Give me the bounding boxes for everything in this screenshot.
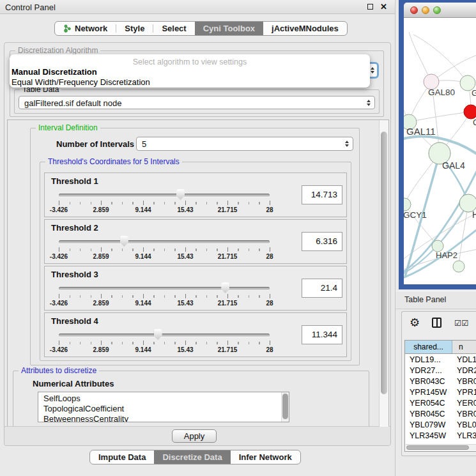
list-item[interactable]: SelfLoops — [38, 394, 289, 404]
node-bottom[interactable] — [453, 261, 464, 272]
tick-label: 28 — [266, 300, 273, 307]
tab-jactivemnodules[interactable]: jActiveMNodules — [263, 22, 347, 35]
interval-definition-group: Interval Definition Number of Intervals … — [30, 128, 360, 365]
close-icon[interactable]: ✕ — [380, 2, 387, 12]
table-row[interactable]: YBR043CYBR0 — [405, 376, 476, 387]
tick-label: 15.43 — [177, 206, 193, 213]
scrollbar-thumb[interactable] — [381, 132, 387, 394]
slider-track — [59, 334, 270, 337]
threshold-slider-3[interactable]: -3.426 2.859 9.144 15.43 21.715 28 — [59, 282, 270, 309]
dropdown-option-equal-width-frequency[interactable]: Equal Width/Frequency Discretization — [12, 77, 150, 87]
slider-ticks — [59, 342, 270, 344]
node-gcy1[interactable] — [404, 198, 411, 211]
tick-label: 21.715 — [218, 300, 238, 307]
group-title: Threshold's Coordinates for 5 Intervals — [45, 157, 182, 166]
select-columns-icon[interactable]: ☑☑ — [454, 318, 468, 328]
slider-handle[interactable] — [176, 189, 185, 200]
column-header-name[interactable]: n — [452, 341, 476, 353]
table-header-row: shared... n — [405, 341, 476, 354]
threshold-slider-2[interactable]: -3.426 2.859 9.144 15.43 21.715 28 — [59, 235, 270, 262]
slider-handle[interactable] — [221, 282, 229, 293]
table-row[interactable]: YER054CYER0 — [405, 398, 476, 409]
node-label-partial-right: H — [472, 210, 476, 220]
threshold-value-field[interactable]: 14.713 — [302, 185, 342, 204]
table-row[interactable]: YLR345WYLR3 — [405, 431, 476, 441]
apply-button[interactable]: Apply — [172, 429, 217, 443]
tab-label: Network — [75, 24, 107, 33]
threshold-slider-1[interactable]: -3.426 2.859 9.144 15.43 21.715 28 — [59, 188, 270, 215]
panel-footer: Apply — [4, 426, 390, 445]
threshold-label: Threshold 3 — [51, 270, 98, 279]
network-canvas[interactable]: GAL80 GA C GAL11 GAL4 GCY1 H HAP2 — [404, 18, 476, 284]
stepper-arrows-icon — [371, 67, 374, 73]
tick-label: 21.715 — [218, 253, 238, 260]
node-selected-red[interactable] — [464, 105, 476, 119]
table-row[interactable]: YPR145WYPR1 — [405, 387, 476, 398]
table-row[interactable]: YIL052CYIL0 — [405, 441, 476, 443]
table-row[interactable]: YBL079WYBL0 — [405, 420, 476, 431]
panel-divider — [395, 0, 395, 476]
control-panel: Control Panel ✕ Network Style Select Cyn… — [0, 0, 395, 476]
column-header-shared[interactable]: shared... — [405, 341, 452, 353]
tab-network[interactable]: Network — [55, 22, 116, 35]
tick-label: 15.43 — [177, 253, 193, 260]
tab-label: Impute Data — [98, 452, 146, 462]
tab-label: jActiveMNodules — [272, 24, 339, 33]
tick-label: 21.715 — [218, 206, 238, 213]
tab-cyni-toolbox[interactable]: Cyni Toolbox — [195, 22, 263, 35]
panel-title: Control Panel — [5, 3, 56, 12]
table-data-group: Table Data galFiltered.sif default node — [14, 89, 380, 114]
node-label-gcy1: GCY1 — [404, 210, 427, 220]
tick-label: -3.426 — [50, 300, 68, 307]
network-window-titlebar[interactable] — [404, 3, 476, 18]
num-intervals-combobox[interactable]: 5 — [136, 137, 353, 151]
table-row[interactable]: YBR045CYBR0 — [405, 409, 476, 420]
slider-handle[interactable] — [120, 236, 128, 247]
threshold-slider-4[interactable]: -3.426 2.859 9.144 15.43 21.715 28 — [59, 328, 270, 355]
threshold-value-field[interactable]: 11.344 — [302, 325, 342, 344]
dropdown-option-manual-discretization[interactable]: Manual Discretization — [12, 67, 97, 77]
tab-label: Cyni Toolbox — [203, 24, 255, 33]
tab-discretize-data[interactable]: Discretize Data — [154, 450, 230, 464]
tab-style[interactable]: Style — [116, 22, 153, 35]
threshold-value-field[interactable]: 6.316 — [302, 232, 342, 251]
zoom-traffic-light-icon[interactable] — [433, 6, 441, 14]
gear-icon[interactable]: ⚙ — [410, 315, 420, 330]
stepper-arrows-icon — [367, 100, 371, 106]
threshold-value-field[interactable]: 21.4 — [302, 279, 342, 298]
slider-track — [59, 194, 270, 197]
slider-track — [59, 240, 270, 243]
scrollbar-thumb[interactable] — [406, 445, 469, 450]
tab-infer-network[interactable]: Infer Network — [231, 450, 300, 464]
list-scrollbar[interactable] — [281, 392, 289, 422]
list-item[interactable]: TopologicalCoefficient — [38, 404, 289, 414]
scrollbar-thumb[interactable] — [282, 394, 288, 419]
control-panel-titlebar: Control Panel ✕ — [0, 0, 395, 14]
close-traffic-light-icon[interactable] — [410, 6, 418, 14]
table-row[interactable]: YDR27...YDR2 — [405, 365, 476, 376]
node-label-gal11: GAL11 — [406, 126, 436, 137]
network-graph: GAL80 GA C GAL11 GAL4 GCY1 H HAP2 — [404, 18, 476, 284]
tab-label: Style — [125, 24, 144, 33]
node-label-gal4: GAL4 — [442, 160, 465, 171]
minimize-traffic-light-icon[interactable] — [422, 6, 429, 14]
tab-select[interactable]: Select — [153, 22, 194, 35]
tick-label: 28 — [266, 253, 273, 260]
tick-label: 28 — [266, 206, 273, 213]
threshold-panel-2: Threshold 2 -3.426 2.859 9.144 15.43 — [44, 219, 347, 264]
dropdown-prompt: Select algorithm to view settings — [10, 58, 370, 66]
column-layout-icon[interactable] — [432, 318, 441, 328]
settings-scrollbar[interactable] — [379, 120, 388, 427]
threshold-label: Threshold 2 — [51, 223, 98, 233]
table-horizontal-scrollbar[interactable] — [406, 444, 476, 450]
float-window-icon[interactable] — [367, 4, 373, 10]
node-label-partial-top: GA — [472, 88, 476, 98]
numerical-attributes-label: Numerical Attributes — [33, 379, 114, 388]
list-item[interactable]: BetweennessCentrality — [38, 414, 289, 422]
table-data-combobox[interactable]: galFiltered.sif default node — [19, 96, 375, 109]
tick-label: 2.859 — [93, 300, 109, 307]
slider-handle[interactable] — [154, 329, 162, 340]
tab-impute-data[interactable]: Impute Data — [90, 450, 154, 464]
table-row[interactable]: YDL19...YDL1 — [405, 355, 476, 365]
tick-label: 9.144 — [135, 206, 151, 213]
